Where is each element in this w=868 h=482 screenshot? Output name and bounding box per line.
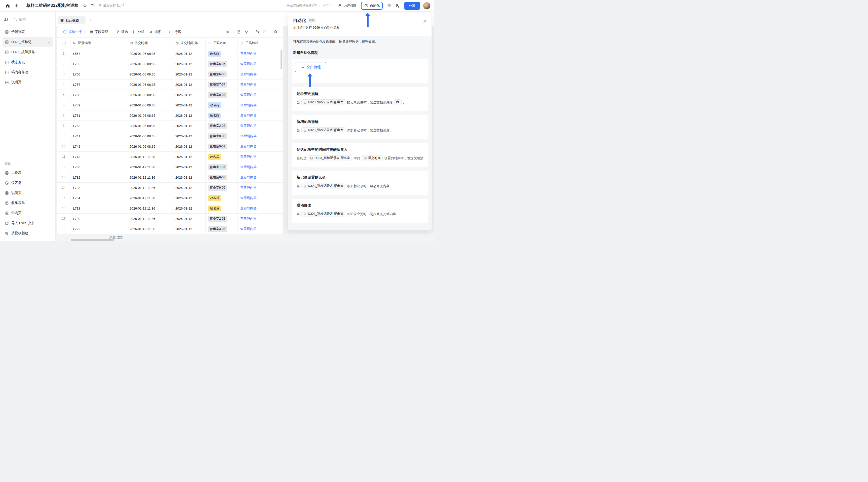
cell-subcode-name[interactable]: 配电室3-03 — [206, 224, 238, 234]
cell-submit-date[interactable]: 2026-01-12 — [173, 49, 206, 59]
filter-button[interactable]: 筛选 — [114, 30, 130, 34]
column-header-submit-date[interactable]: 31 提交时间(年... — [173, 38, 206, 48]
view-code-content-link[interactable]: 查看码内容 — [240, 144, 257, 149]
cell-record-id[interactable]: L766 — [70, 69, 127, 79]
sort-button[interactable]: 排序 — [147, 30, 163, 34]
cell-subcode-url[interactable]: 查看码内容 — [238, 172, 283, 182]
cell-subcode-name[interactable]: 改名前 — [206, 110, 238, 121]
view-code-content-link[interactable]: 查看码内容 — [240, 206, 257, 211]
view-code-content-link[interactable]: 查看码内容 — [240, 196, 257, 200]
automation-template-card[interactable]: 新增记录提醒 当 D323_巡检记录表-配电室添加新记录时，发送文档消息。 — [291, 115, 428, 139]
cell-subcode-name[interactable]: 配电室9-09 — [206, 183, 238, 193]
undo-button[interactable] — [253, 28, 261, 36]
cell-subcode-url[interactable]: 查看码内容 — [238, 183, 283, 193]
row-number[interactable]: 2 — [57, 59, 70, 69]
row-number[interactable]: 9 — [57, 131, 70, 141]
table-search-button[interactable] — [272, 28, 279, 36]
cell-submit-date[interactable]: 2026-01-12 — [173, 121, 206, 131]
cell-record-id[interactable]: L743 — [70, 152, 127, 162]
cell-submit-time[interactable]: 2026-01-12 11:36 — [127, 183, 173, 193]
blank-flow-button[interactable]: ＋ 空白流程 — [295, 62, 326, 72]
close-icon[interactable] — [423, 19, 427, 23]
cell-submit-date[interactable]: 2026-01-12 — [173, 131, 206, 141]
cell-record-id[interactable]: L718 — [70, 203, 127, 213]
row-height-button[interactable]: 行高 — [166, 30, 183, 34]
automation-template-card[interactable]: 到达记录中的时间时提醒负责人 当到达 D323_巡检记录表-配电室中的 31 提… — [291, 143, 428, 167]
cell-subcode-url[interactable]: 查看码内容 — [238, 203, 283, 213]
row-number[interactable]: 14 — [57, 183, 70, 193]
cell-submit-time[interactable]: 2026-01-12 11:38 — [127, 152, 173, 162]
cell-record-id[interactable]: L742 — [70, 141, 127, 152]
sidebar-item-工作表[interactable]: 工作表 — [2, 168, 53, 178]
automation-template-card[interactable]: 记录变更提醒 当 D323_巡检记录表-配电室的记录变更时，发送文档消息给我。 — [291, 87, 428, 111]
cell-subcode-name[interactable]: 配电室9-09 — [206, 141, 238, 152]
subcode-name-badge[interactable]: 配电室6-06 — [208, 71, 227, 77]
view-code-content-link[interactable]: 查看码内容 — [240, 155, 257, 159]
add-view-button[interactable] — [87, 17, 94, 24]
cell-submit-date[interactable]: 2026-01-12 — [173, 172, 206, 182]
row-number[interactable]: 13 — [57, 172, 70, 182]
view-code-content-link[interactable]: 查看码内容 — [240, 216, 257, 221]
cell-submit-date[interactable]: 2026-01-12 — [173, 152, 206, 162]
cell-submit-date[interactable]: 2026-01-12 — [173, 224, 206, 234]
cell-subcode-name[interactable]: 配电室8-08 — [206, 172, 238, 182]
search-input[interactable]: 搜索 — [13, 17, 52, 22]
cell-subcode-name[interactable]: 配电室8-08 — [206, 90, 238, 100]
cell-subcode-name[interactable]: 配电室2-02 — [206, 214, 238, 224]
info-icon[interactable] — [341, 26, 345, 30]
cell-submit-time[interactable]: 2026-01-12 11:36 — [127, 224, 173, 234]
cell-submit-time[interactable]: 2026-01-06 08:35 — [127, 69, 173, 79]
automation-template-card[interactable]: 联动修改 当 D323_巡检记录表-配电室的记录变更时，同步修改其他内容。 — [291, 199, 428, 223]
sidebar-item-收集表单[interactable]: 收集表单 — [2, 198, 53, 208]
cell-subcode-url[interactable]: 查看码内容 — [238, 152, 283, 162]
subcode-name-badge[interactable]: 配电室2-02 — [208, 216, 227, 222]
cell-submit-date[interactable]: 2026-01-12 — [173, 90, 206, 100]
column-header-subcode-name[interactable]: 子码名称 — [206, 38, 238, 48]
cell-record-id[interactable]: L733 — [70, 183, 127, 193]
column-header-submit-time[interactable]: 31 提交时间 — [127, 38, 173, 48]
row-number[interactable]: 5 — [57, 90, 70, 100]
vertical-scrollbar[interactable] — [281, 50, 282, 69]
menu-icon[interactable] — [387, 3, 392, 8]
avatar[interactable] — [423, 2, 431, 9]
sidebar-item-说明页[interactable]: 说明页 — [2, 77, 53, 87]
cell-submit-time[interactable]: 2026-01-06 08:35 — [127, 121, 173, 131]
cell-subcode-url[interactable]: 查看码内容 — [238, 141, 283, 152]
cell-record-id[interactable]: L732 — [70, 172, 127, 182]
cell-subcode-url[interactable]: 查看码内容 — [238, 100, 283, 110]
cell-submit-date[interactable]: 2026-01-12 — [173, 203, 206, 213]
automation-button[interactable]: A 自动化 — [361, 2, 383, 10]
cell-submit-time[interactable]: 2026-01-06 08:35 — [127, 90, 173, 100]
row-number[interactable]: 4 — [57, 79, 70, 90]
content-permission-button[interactable]: 内容权限 — [336, 2, 359, 9]
view-code-content-link[interactable]: 查看码内容 — [240, 113, 257, 118]
cell-submit-date[interactable]: 2026-01-12 — [173, 69, 206, 79]
promo-more[interactable]: | 推广 — [319, 3, 332, 8]
view-code-content-link[interactable]: 查看码内容 — [240, 72, 257, 76]
add-row-button[interactable]: 添加一行 — [61, 30, 84, 34]
redo-button[interactable] — [261, 28, 269, 36]
view-code-content-link[interactable]: 查看码内容 — [240, 124, 257, 128]
subcode-name-badge[interactable]: 配电室3-03 — [208, 226, 227, 232]
cell-record-id[interactable]: L720 — [70, 214, 127, 224]
cell-record-id[interactable]: L730 — [70, 162, 127, 172]
subcode-name-badge[interactable]: 配电室8-08 — [208, 133, 227, 139]
row-number[interactable]: 3 — [57, 69, 70, 79]
cell-subcode-name[interactable]: 改名后 — [206, 203, 238, 213]
cell-submit-time[interactable]: 2026-01-06 08:35 — [127, 49, 173, 59]
cell-subcode-name[interactable]: 配电室7-07 — [206, 79, 238, 90]
cell-subcode-name[interactable]: 配电室5-05 — [206, 59, 238, 69]
cell-subcode-name[interactable]: 配电室7-07 — [206, 162, 238, 172]
sidebar-item-状态变更[interactable]: 状态变更 — [2, 57, 53, 67]
sidebar-item-仪表盘[interactable]: 仪表盘 — [2, 178, 53, 188]
column-header-subcode-url[interactable]: 子码地址 — [238, 38, 283, 48]
subcode-name-badge[interactable]: 改名前 — [208, 51, 221, 57]
cell-subcode-url[interactable]: 查看码内容 — [238, 110, 283, 121]
row-number[interactable]: 15 — [57, 193, 70, 203]
cell-submit-time[interactable]: 2026-01-06 08:35 — [127, 100, 173, 110]
subcode-name-badge[interactable]: 配电室8-08 — [208, 92, 227, 98]
folder-icon[interactable] — [91, 3, 95, 8]
view-options-icon[interactable] — [81, 19, 84, 22]
subcode-name-badge[interactable]: 改名后 — [208, 195, 221, 201]
cell-record-id[interactable]: L722 — [70, 224, 127, 234]
